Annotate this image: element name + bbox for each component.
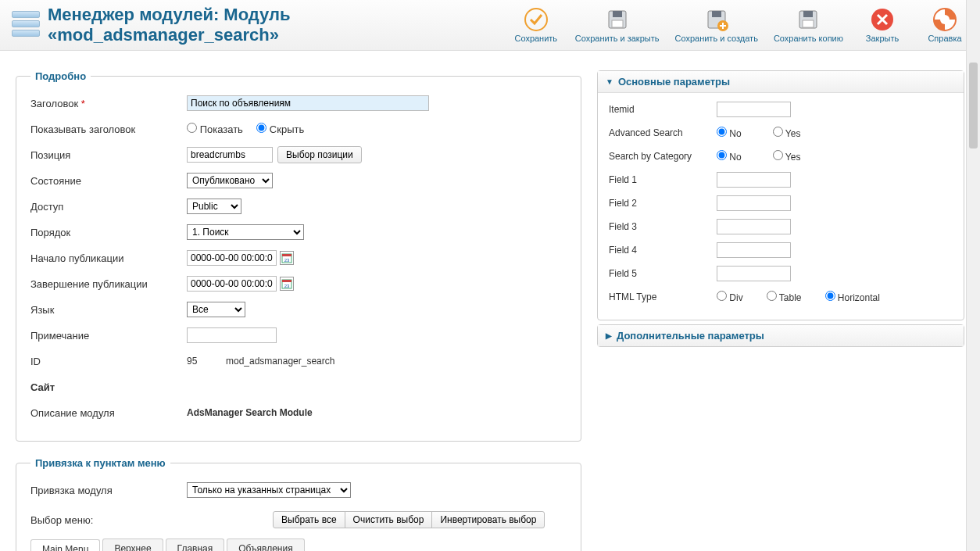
field4-input[interactable]	[717, 242, 791, 258]
cat-search-label: Search by Category	[609, 151, 717, 162]
assignment-select[interactable]: Только на указанных страницах	[187, 482, 351, 498]
svg-point-0	[525, 9, 547, 30]
ordering-select[interactable]: 1. Поиск	[187, 224, 304, 240]
language-label: Язык	[30, 304, 187, 316]
position-label: Позиция	[30, 149, 187, 161]
cancel-button[interactable]: Закрыть	[859, 7, 906, 43]
html-type-label: HTML Type	[609, 292, 717, 302]
field1-input[interactable]	[717, 172, 791, 188]
svg-rect-3	[612, 20, 623, 27]
basic-params-panel: ▼ Основные параметры Itemid Advanced Sea…	[597, 70, 964, 320]
assignment-legend: Привязка к пунктам меню	[30, 457, 170, 469]
save2copy-button[interactable]: Сохранить копию	[774, 7, 843, 43]
svg-rect-17	[282, 280, 291, 282]
title-input[interactable]	[187, 95, 429, 111]
position-select-button[interactable]: Выбор позиции	[277, 146, 362, 163]
basic-params-header[interactable]: ▼ Основные параметры	[598, 71, 964, 93]
advanced-params-header[interactable]: ▶ Дополнительные параметры	[598, 325, 964, 346]
tab-mainmenu[interactable]: Main Menu	[30, 539, 100, 551]
apply-button[interactable]: Сохранить	[513, 7, 560, 43]
field3-label: Field 3	[609, 221, 717, 232]
field3-input[interactable]	[717, 219, 791, 234]
pubup-label: Начало публикации	[30, 252, 187, 264]
svg-text:23: 23	[284, 284, 290, 288]
client-label: Сайт	[30, 381, 187, 393]
field4-label: Field 4	[609, 245, 717, 256]
id-label: ID	[30, 356, 187, 367]
position-input[interactable]	[187, 147, 273, 163]
note-input[interactable]	[187, 327, 277, 343]
field5-input[interactable]	[717, 266, 791, 281]
adv-no-option[interactable]: No	[717, 127, 742, 139]
details-fieldset: Подробно Заголовок * Показывать заголово…	[16, 70, 581, 442]
adv-yes-option[interactable]: Yes	[773, 127, 801, 139]
disk-copy-icon	[796, 7, 821, 32]
calendar-icon[interactable]: 23	[280, 277, 294, 291]
html-table-option[interactable]: Table	[767, 291, 802, 303]
menu-tabs: Main Menu Верхнее Главная Объявления	[30, 538, 567, 551]
state-select[interactable]: Опубликовано	[187, 173, 273, 188]
clear-selection-button[interactable]: Очистить выбор	[345, 511, 433, 528]
close-icon	[870, 7, 895, 32]
pubup-input[interactable]	[187, 250, 277, 266]
save2new-button[interactable]: Сохранить и создать	[674, 7, 757, 43]
description-label: Описание модуля	[30, 407, 187, 419]
itemid-input[interactable]	[717, 102, 791, 117]
assignment-fieldset: Привязка к пунктам меню Привязка модуля …	[16, 457, 581, 551]
svg-rect-9	[803, 20, 814, 27]
check-icon	[524, 7, 549, 32]
module-name-value: mod_adsmanager_search	[226, 356, 334, 367]
help-icon	[932, 7, 957, 32]
invert-selection-button[interactable]: Инвертировать выбор	[431, 511, 545, 528]
cat-yes-option[interactable]: Yes	[773, 150, 801, 163]
showtitle-show-option[interactable]: Показать	[187, 123, 243, 135]
pubdown-input[interactable]	[187, 276, 277, 292]
select-all-button[interactable]: Выбрать все	[273, 511, 345, 528]
module-icon	[12, 11, 40, 39]
assignment-label: Привязка модуля	[30, 485, 187, 496]
toolbar: Сохранить Сохранить и закрыть Сохранить …	[513, 7, 968, 43]
itemid-label: Itemid	[609, 104, 717, 115]
description-value: AdsManager Search Module	[187, 407, 313, 418]
html-div-option[interactable]: Div	[717, 291, 743, 303]
adv-search-label: Advanced Search	[609, 127, 717, 138]
showtitle-hide-option[interactable]: Скрыть	[256, 123, 304, 135]
topbar: Менеджер модулей: Модуль «mod_adsmanager…	[0, 0, 980, 51]
help-button[interactable]: Справка	[921, 7, 968, 43]
html-horizontal-option[interactable]: Horizontal	[825, 291, 880, 303]
ordering-label: Порядок	[30, 227, 187, 238]
language-select[interactable]: Все	[187, 302, 245, 317]
details-legend: Подробно	[30, 70, 91, 82]
disk-icon	[605, 7, 630, 32]
svg-rect-8	[803, 11, 813, 17]
save-button[interactable]: Сохранить и закрыть	[575, 7, 660, 43]
scroll-handle[interactable]	[969, 63, 978, 148]
state-label: Состояние	[30, 175, 187, 187]
calendar-icon[interactable]: 23	[280, 251, 294, 265]
disk-plus-icon	[704, 7, 729, 32]
advanced-params-panel: ▶ Дополнительные параметры	[597, 324, 964, 347]
field1-label: Field 1	[609, 174, 717, 185]
tab-ads[interactable]: Объявления	[227, 538, 304, 551]
tab-top[interactable]: Верхнее	[102, 538, 163, 551]
svg-rect-2	[613, 11, 622, 17]
field2-label: Field 2	[609, 198, 717, 209]
page-title: Менеджер модулей: Модуль «mod_adsmanager…	[48, 5, 513, 45]
field2-input[interactable]	[717, 195, 791, 211]
menu-select-label: Выбор меню:	[30, 514, 273, 526]
cat-no-option[interactable]: No	[717, 150, 742, 163]
id-value: 95	[187, 356, 226, 367]
chevron-right-icon: ▶	[606, 331, 612, 340]
svg-rect-5	[712, 11, 721, 17]
scrollbar[interactable]	[966, 0, 980, 551]
svg-text:23: 23	[284, 258, 290, 263]
tab-main[interactable]: Главная	[166, 538, 225, 551]
access-label: Доступ	[30, 201, 187, 213]
title-label: Заголовок *	[30, 98, 187, 109]
pubdown-label: Завершение публикации	[30, 278, 187, 290]
svg-point-12	[940, 15, 950, 24]
field5-label: Field 5	[609, 268, 717, 279]
chevron-down-icon: ▼	[606, 77, 613, 86]
access-select[interactable]: Public	[187, 199, 241, 214]
note-label: Примечание	[30, 330, 187, 342]
